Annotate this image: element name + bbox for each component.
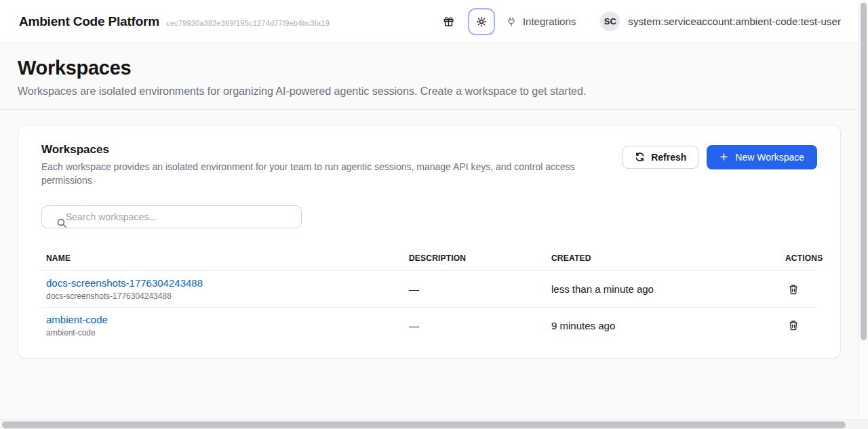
header-actions: Integrations SC system:serviceaccount:am… <box>440 8 841 35</box>
page-title: Workspaces <box>18 56 841 80</box>
workspace-actions-cell <box>781 281 820 298</box>
avatar: SC <box>600 12 620 31</box>
table-row: docs-screenshots-1776304243488 docs-scre… <box>41 271 817 307</box>
workspaces-table: NAME DESCRIPTION CREATED ACTIONS docs-sc… <box>41 248 817 343</box>
horizontal-scrollbar[interactable] <box>0 420 868 429</box>
column-header-description: DESCRIPTION <box>404 248 547 270</box>
table-body: docs-screenshots-1776304243488 docs-scre… <box>41 271 817 343</box>
integrations-button[interactable]: Integrations <box>506 16 576 27</box>
card-heading-block: Workspaces Each workspace provides an is… <box>41 143 588 188</box>
column-header-actions: ACTIONS <box>781 248 841 270</box>
trash-icon <box>788 320 799 331</box>
refresh-button[interactable]: Refresh <box>623 146 698 169</box>
column-header-name: NAME <box>41 248 404 270</box>
plus-icon <box>719 152 728 161</box>
app-header: Ambient Code Platform cec79930a383e369f1… <box>0 0 859 43</box>
workspace-actions-cell <box>781 317 820 333</box>
card-description: Each workspace provides an isolated envi… <box>41 160 588 188</box>
sun-icon <box>475 16 488 28</box>
app-title: Ambient Code Platform <box>19 14 159 29</box>
vertical-scrollbar[interactable] <box>859 0 868 420</box>
integrations-label: Integrations <box>523 16 576 27</box>
workspace-subtitle: ambient-code <box>46 328 399 338</box>
main-content: Workspaces Each workspace provides an is… <box>0 110 859 374</box>
plug-icon <box>506 16 517 27</box>
workspace-name-cell: docs-screenshots-1776304243488 docs-scre… <box>41 277 404 301</box>
gift-icon <box>443 16 454 27</box>
vertical-scrollbar-thumb[interactable] <box>861 3 867 340</box>
workspace-created: less than a minute ago <box>547 283 781 295</box>
workspace-link[interactable]: ambient-code <box>46 314 108 325</box>
card-title: Workspaces <box>41 143 588 157</box>
user-menu[interactable]: SC system:serviceaccount:ambient-code:te… <box>600 12 841 31</box>
new-workspace-label: New Workspace <box>735 152 804 163</box>
table-header-row: NAME DESCRIPTION CREATED ACTIONS <box>41 248 817 271</box>
card-header: Workspaces Each workspace provides an is… <box>41 143 817 188</box>
trash-icon <box>788 284 799 295</box>
username: system:serviceaccount:ambient-code:test-… <box>628 16 841 27</box>
column-header-created: CREATED <box>547 248 781 270</box>
card-actions: Refresh New Workspace <box>623 145 817 169</box>
brand: Ambient Code Platform cec79930a383e369f1… <box>19 14 330 29</box>
delete-workspace-button[interactable] <box>785 317 802 333</box>
gift-button[interactable] <box>440 13 457 30</box>
search <box>41 205 302 228</box>
refresh-icon <box>635 152 645 162</box>
theme-toggle-button[interactable] <box>468 8 495 35</box>
workspace-name-cell: ambient-code ambient-code <box>41 314 404 338</box>
workspace-created: 9 minutes ago <box>547 320 781 331</box>
horizontal-scrollbar-thumb[interactable] <box>2 422 846 428</box>
new-workspace-button[interactable]: New Workspace <box>707 145 817 169</box>
workspace-link[interactable]: docs-screenshots-1776304243488 <box>46 277 203 289</box>
page-subtitle: Workspaces are isolated environments for… <box>18 83 841 100</box>
table-row: ambient-code ambient-code — 9 minutes ag… <box>41 307 817 343</box>
workspace-description: — <box>404 283 547 295</box>
delete-workspace-button[interactable] <box>785 281 802 298</box>
workspace-description: — <box>404 320 547 331</box>
workspaces-card: Workspaces Each workspace provides an is… <box>18 125 841 359</box>
search-input[interactable] <box>41 205 302 228</box>
build-hash: cec79930a383e369f195c1274d77f9eb4bc3fa19 <box>166 19 330 27</box>
viewport: Ambient Code Platform cec79930a383e369f1… <box>0 0 859 420</box>
page-header: Workspaces Workspaces are isolated envir… <box>0 43 859 110</box>
workspace-subtitle: docs-screenshots-1776304243488 <box>46 291 399 301</box>
refresh-label: Refresh <box>651 152 686 163</box>
